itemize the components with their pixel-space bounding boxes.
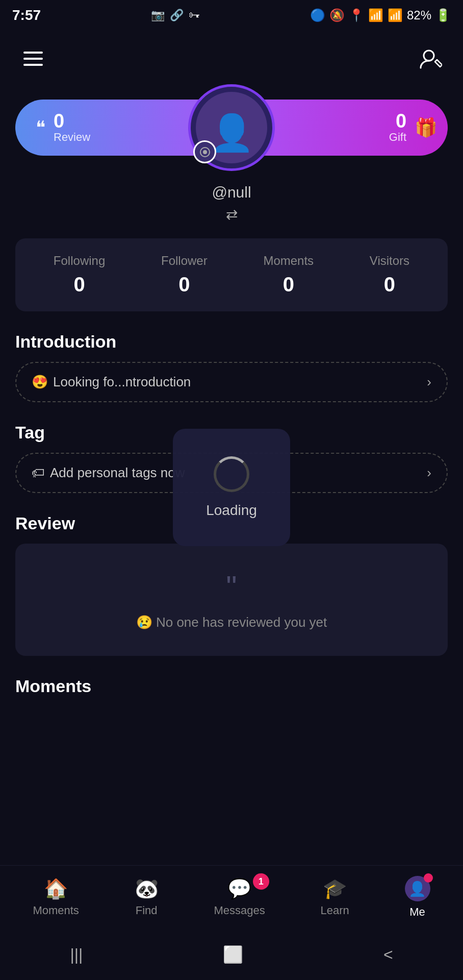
introduction-btn-left: 😍 Looking fo...ntroduction xyxy=(32,374,191,390)
profile-banner: ❝ 0 Review 0 Gift 🎁 👤 xyxy=(15,87,448,168)
me-avatar-badge xyxy=(424,873,433,883)
follower-label: Follower xyxy=(161,254,208,268)
introduction-button[interactable]: 😍 Looking fo...ntroduction › xyxy=(15,362,448,402)
tag-btn-left: 🏷 Add personal tags now xyxy=(32,465,185,481)
gift-info: 0 Gift xyxy=(389,111,406,144)
review-count: 0 xyxy=(54,111,64,131)
me-avatar-icon: 👤 xyxy=(408,880,426,897)
visitors-label: Visitors xyxy=(370,254,409,268)
moments-nav-icon: 🏠 xyxy=(44,877,68,900)
link-icon: 🔗 xyxy=(170,9,184,22)
visitors-value: 0 xyxy=(384,273,395,296)
status-time: 7:57 xyxy=(12,7,41,23)
review-icon: ❝ xyxy=(36,117,45,138)
introduction-text: Looking fo...ntroduction xyxy=(53,374,191,390)
introduction-section: Introduction 😍 Looking fo...ntroduction … xyxy=(15,332,448,402)
review-label: Review xyxy=(54,131,90,144)
battery-text: 82% xyxy=(407,8,431,22)
loading-overlay: Loading xyxy=(173,429,290,546)
header xyxy=(0,31,463,87)
avatar-ring: 👤 xyxy=(188,84,275,171)
recents-button[interactable]: ||| xyxy=(55,940,98,969)
gift-icon: 🎁 xyxy=(415,117,438,138)
quote-icon: " xyxy=(226,569,237,604)
stats-container: Following 0 Follower 0 Moments 0 Visitor… xyxy=(15,238,448,311)
review-info: 0 Review xyxy=(54,111,90,144)
avatar-container[interactable]: 👤 xyxy=(188,84,275,171)
username-section: @null ⇄ xyxy=(0,184,463,223)
home-button[interactable]: ⬜ xyxy=(208,940,259,969)
me-nav-avatar: 👤 xyxy=(405,876,430,901)
follower-value: 0 xyxy=(178,273,190,296)
avatar-person-icon: 👤 xyxy=(210,115,254,151)
status-icons: 📷 🔗 🗝 xyxy=(151,9,200,22)
tag-emoji: 🏷 xyxy=(32,465,45,481)
tag-chevron: › xyxy=(427,465,431,481)
nav-learn[interactable]: 🎓 Learn xyxy=(321,877,349,917)
following-label: Following xyxy=(54,254,105,268)
following-value: 0 xyxy=(73,273,85,296)
gift-label: Gift xyxy=(389,131,406,144)
gift-section[interactable]: 0 Gift 🎁 xyxy=(303,111,448,144)
nav-find[interactable]: 🐼 Find xyxy=(135,877,159,917)
messages-nav-icon: 💬 xyxy=(227,877,251,900)
location-icon: 📍 xyxy=(349,8,364,22)
camera-icon: 📷 xyxy=(151,9,165,22)
review-section[interactable]: ❝ 0 Review xyxy=(15,111,170,144)
moments-value: 0 xyxy=(283,273,294,296)
moments-section: Moments xyxy=(15,676,448,696)
introduction-emoji: 😍 xyxy=(32,374,48,390)
menu-button[interactable] xyxy=(15,41,51,77)
transfer-icon[interactable]: ⇄ xyxy=(0,206,463,223)
nav-messages[interactable]: 💬 1 Messages xyxy=(214,877,265,917)
edit-profile-button[interactable] xyxy=(412,41,448,77)
stat-visitors[interactable]: Visitors 0 xyxy=(370,254,409,296)
status-right: 🔵 🔕 📍 📶 📶 82% 🔋 xyxy=(310,8,451,22)
key-icon: 🗝 xyxy=(189,9,200,22)
nav-me[interactable]: 👤 Me xyxy=(405,876,430,919)
username: @null xyxy=(0,184,463,201)
battery-icon: 🔋 xyxy=(435,8,451,22)
nav-moments[interactable]: 🏠 Moments xyxy=(33,877,79,917)
menu-line-3 xyxy=(23,64,43,66)
bottom-nav: 🏠 Moments 🐼 Find 💬 1 Messages 🎓 Learn 👤 … xyxy=(0,865,463,929)
back-button[interactable]: < xyxy=(368,940,408,969)
me-nav-label: Me xyxy=(409,905,425,919)
stat-follower[interactable]: Follower 0 xyxy=(161,254,208,296)
find-nav-label: Find xyxy=(136,904,158,917)
gift-count: 0 xyxy=(396,111,406,131)
learn-nav-label: Learn xyxy=(321,904,349,917)
messages-badge: 1 xyxy=(253,873,269,890)
stat-following[interactable]: Following 0 xyxy=(54,254,105,296)
learn-nav-icon: 🎓 xyxy=(323,877,347,900)
menu-line-2 xyxy=(23,58,43,60)
moments-label: Moments xyxy=(263,254,314,268)
introduction-chevron: › xyxy=(427,374,431,390)
system-nav: ||| ⬜ < xyxy=(0,929,463,980)
status-bar: 7:57 📷 🔗 🗝 🔵 🔕 📍 📶 📶 82% 🔋 xyxy=(0,0,463,31)
svg-point-2 xyxy=(203,150,207,154)
moments-nav-label: Moments xyxy=(33,904,79,917)
tag-placeholder-text: Add personal tags now xyxy=(50,465,185,481)
svg-point-0 xyxy=(424,51,434,61)
bluetooth-icon: 🔵 xyxy=(310,8,325,22)
wifi-icon: 📶 xyxy=(368,8,383,22)
signal-icon: 📶 xyxy=(388,8,403,22)
loading-spinner xyxy=(214,456,249,492)
messages-nav-label: Messages xyxy=(214,904,265,917)
introduction-title: Introduction xyxy=(15,332,448,352)
menu-line-1 xyxy=(23,52,43,54)
stat-moments[interactable]: Moments 0 xyxy=(263,254,314,296)
find-nav-icon: 🐼 xyxy=(135,877,159,900)
mute-icon: 🔕 xyxy=(329,8,345,22)
avatar-badge xyxy=(193,140,216,163)
loading-text: Loading xyxy=(206,502,257,519)
review-box: " 😢 No one has reviewed you yet xyxy=(15,544,448,656)
no-review-text: 😢 No one has reviewed you yet xyxy=(136,615,327,630)
moments-title: Moments xyxy=(15,676,448,696)
